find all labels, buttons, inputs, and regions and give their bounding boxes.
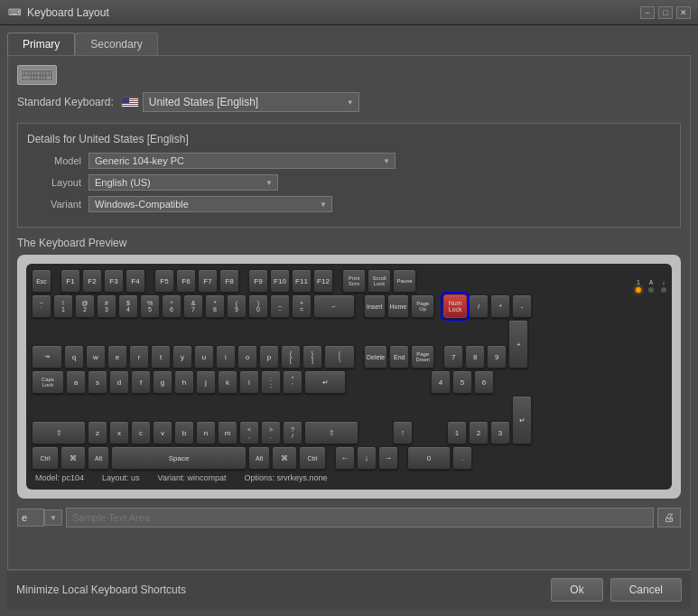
key-lalt[interactable]: Alt xyxy=(88,446,109,470)
restore-button[interactable]: □ xyxy=(658,6,673,19)
key-i[interactable]: i xyxy=(216,345,236,369)
key-num-8[interactable]: 8 xyxy=(465,345,485,369)
key-f[interactable]: f xyxy=(131,370,151,394)
key-num-1[interactable]: 1 xyxy=(447,421,467,444)
key-f12[interactable]: F12 xyxy=(313,269,333,293)
key-up[interactable]: ↑ xyxy=(393,421,413,444)
key-home[interactable]: Home xyxy=(387,294,410,318)
key-6[interactable]: ^6 xyxy=(162,294,181,318)
key-4[interactable]: $4 xyxy=(118,294,138,318)
key-enter[interactable]: ↵ xyxy=(304,370,346,394)
key-pageup[interactable]: PageUp xyxy=(411,294,434,318)
key-pagedown[interactable]: PageDown xyxy=(411,345,434,369)
key-lshift[interactable]: ⇧ xyxy=(32,421,86,444)
key-slash[interactable]: ?/ xyxy=(283,421,302,444)
key-rshift[interactable]: ⇧ xyxy=(304,421,358,444)
key-period[interactable]: >. xyxy=(261,421,281,444)
key-num-7[interactable]: 7 xyxy=(443,345,463,369)
key-x[interactable]: x xyxy=(109,421,129,444)
model-select[interactable]: Generic 104-key PC xyxy=(88,153,396,169)
tab-primary[interactable]: Primary xyxy=(7,33,75,55)
key-backslash[interactable]: |\ xyxy=(324,345,355,369)
key-f1[interactable]: F1 xyxy=(60,269,80,293)
key-minus[interactable]: _- xyxy=(270,294,290,318)
key-p[interactable]: p xyxy=(259,345,279,369)
ok-button[interactable]: Ok xyxy=(551,578,602,602)
key-semicolon[interactable]: :; xyxy=(261,370,281,394)
tab-secondary[interactable]: Secondary xyxy=(75,33,157,55)
key-f9[interactable]: F9 xyxy=(248,269,268,293)
key-num-2[interactable]: 2 xyxy=(469,421,489,444)
key-q[interactable]: q xyxy=(64,345,84,369)
key-num-slash[interactable]: / xyxy=(469,294,489,318)
key-j[interactable]: j xyxy=(196,370,216,394)
key-d[interactable]: d xyxy=(109,370,129,394)
key-comma[interactable]: <, xyxy=(239,421,259,444)
key-2[interactable]: @2 xyxy=(75,294,95,318)
key-capslock[interactable]: CapsLock xyxy=(32,370,64,394)
layout-select[interactable]: English (US) xyxy=(88,174,278,191)
key-num-3[interactable]: 3 xyxy=(490,421,510,444)
key-f4[interactable]: F4 xyxy=(126,269,145,293)
keyboard-select[interactable]: United States [English] xyxy=(143,92,359,112)
key-num-9[interactable]: 9 xyxy=(487,345,507,369)
key-l[interactable]: l xyxy=(239,370,259,394)
key-f6[interactable]: F6 xyxy=(176,269,196,293)
key-s[interactable]: s xyxy=(88,370,107,394)
key-f7[interactable]: F7 xyxy=(198,269,218,293)
key-0[interactable]: )0 xyxy=(248,294,268,318)
key-pause[interactable]: Pause xyxy=(393,269,416,293)
key-b[interactable]: b xyxy=(174,421,194,444)
key-equal[interactable]: += xyxy=(292,294,312,318)
sample-text-input[interactable] xyxy=(66,508,654,527)
key-space[interactable]: Space xyxy=(111,446,247,470)
key-f8[interactable]: F8 xyxy=(219,269,239,293)
key-f10[interactable]: F10 xyxy=(270,269,290,293)
key-lsuper[interactable]: ⌘ xyxy=(60,446,86,470)
key-t[interactable]: t xyxy=(151,345,171,369)
key-y[interactable]: y xyxy=(172,345,192,369)
key-num-star[interactable]: * xyxy=(490,294,510,318)
key-num-dot[interactable]: . xyxy=(452,446,472,470)
key-lbracket[interactable]: {[ xyxy=(281,345,301,369)
key-rbracket[interactable]: }] xyxy=(302,345,322,369)
key-backtick[interactable]: ~` xyxy=(32,294,51,318)
variant-select[interactable]: Windows-Compatible xyxy=(88,196,332,212)
key-g[interactable]: g xyxy=(153,370,172,394)
key-r[interactable]: r xyxy=(129,345,149,369)
cancel-button[interactable]: Cancel xyxy=(610,578,682,602)
key-u[interactable]: u xyxy=(194,345,214,369)
key-esc[interactable]: Esc xyxy=(32,269,51,293)
key-h[interactable]: h xyxy=(174,370,194,394)
key-c[interactable]: c xyxy=(131,421,151,444)
key-v[interactable]: v xyxy=(153,421,172,444)
key-lctrl[interactable]: Ctrl xyxy=(32,446,59,470)
key-backspace[interactable]: ← xyxy=(313,294,355,318)
sample-print-button[interactable]: 🖨 xyxy=(657,508,681,527)
key-7[interactable]: &7 xyxy=(183,294,203,318)
key-quote[interactable]: "' xyxy=(283,370,302,394)
key-ralt[interactable]: Alt xyxy=(248,446,270,470)
key-num-5[interactable]: 5 xyxy=(452,370,472,394)
key-insert[interactable]: Insert xyxy=(364,294,386,318)
key-rctrl[interactable]: Ctrl xyxy=(299,446,326,470)
key-num-plus[interactable]: + xyxy=(508,320,528,369)
key-num-minus[interactable]: - xyxy=(512,294,532,318)
key-k[interactable]: k xyxy=(218,370,237,394)
key-z[interactable]: z xyxy=(88,421,107,444)
key-num-4[interactable]: 4 xyxy=(431,370,451,394)
key-f2[interactable]: F2 xyxy=(82,269,102,293)
key-a[interactable]: a xyxy=(66,370,86,394)
key-5[interactable]: %5 xyxy=(140,294,160,318)
key-num-enter[interactable]: ↵ xyxy=(512,396,532,444)
key-prtscn[interactable]: PrintScrn xyxy=(342,269,366,293)
key-scrllock[interactable]: ScrollLock xyxy=(368,269,391,293)
key-9[interactable]: (9 xyxy=(227,294,247,318)
key-o[interactable]: o xyxy=(237,345,257,369)
key-delete[interactable]: Delete xyxy=(364,345,387,369)
key-8[interactable]: *8 xyxy=(205,294,225,318)
key-numlock[interactable]: NumLock xyxy=(443,294,467,318)
key-left[interactable]: ← xyxy=(335,446,355,470)
key-n[interactable]: n xyxy=(196,421,216,444)
key-right[interactable]: → xyxy=(378,446,398,470)
